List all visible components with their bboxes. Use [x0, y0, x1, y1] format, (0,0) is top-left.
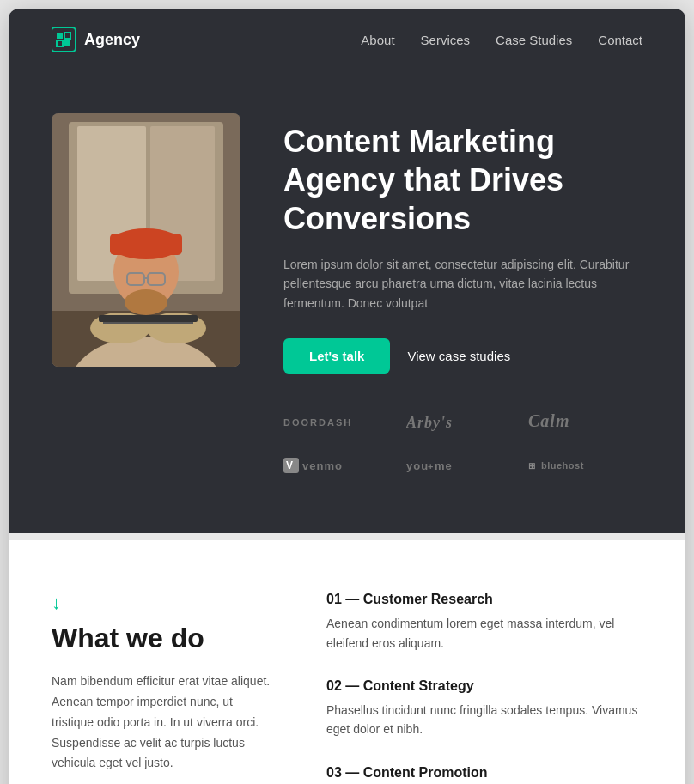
- hero-buttons: Let's talk View case studies: [283, 338, 642, 374]
- svg-text:+: +: [428, 461, 434, 471]
- nav: About Services Case Studies Contact: [361, 33, 642, 47]
- hero-image: [52, 113, 240, 367]
- services-left: ↓ What we do Nam bibendum efficitur erat…: [52, 592, 275, 784]
- service-desc-1: Aenean condimentum lorem eget massa inte…: [326, 614, 642, 653]
- header: Agency About Services Case Studies Conta…: [9, 9, 685, 70]
- svg-point-14: [125, 289, 167, 315]
- svg-text:Calm: Calm: [528, 411, 569, 430]
- svg-text:bluehost: bluehost: [541, 460, 584, 471]
- services-description: Nam bibendum efficitur erat vitae alique…: [52, 672, 275, 774]
- svg-rect-1: [57, 33, 63, 39]
- brand-doordash: DOORDASH: [283, 408, 398, 438]
- brand-venmo: V venmo: [283, 452, 398, 482]
- nav-services[interactable]: Services: [421, 33, 471, 47]
- service-title-2: 02 — Content Strategy: [326, 678, 642, 694]
- svg-text:DOORDASH: DOORDASH: [283, 417, 352, 428]
- services-title: What we do: [52, 623, 275, 654]
- logo-text: Agency: [84, 31, 140, 49]
- brand-youtme: you + me: [406, 452, 520, 482]
- section-divider: [9, 533, 685, 540]
- svg-rect-4: [64, 40, 70, 46]
- logo-icon: [52, 27, 76, 52]
- logo[interactable]: Agency: [52, 27, 140, 52]
- svg-rect-21: [103, 322, 193, 324]
- hero-person-svg: [52, 113, 240, 367]
- svg-text:me: me: [435, 459, 453, 472]
- svg-rect-13: [110, 234, 182, 255]
- page-wrapper: Agency About Services Case Studies Conta…: [9, 9, 685, 784]
- nav-case-studies[interactable]: Case Studies: [496, 33, 572, 47]
- svg-text:Arby's: Arby's: [406, 414, 453, 431]
- lets-talk-button[interactable]: Let's talk: [283, 338, 390, 374]
- view-case-studies-button[interactable]: View case studies: [407, 349, 510, 363]
- svg-text:venmo: venmo: [302, 459, 343, 472]
- hero-title: Content Marketing Agency that Drives Con…: [283, 122, 642, 238]
- svg-text:V: V: [286, 459, 294, 471]
- service-item-1: 01 — Customer Research Aenean condimentu…: [326, 592, 642, 653]
- service-title-3: 03 — Content Promotion: [326, 765, 642, 781]
- brand-logos: DOORDASH Arby's Calm: [283, 408, 642, 482]
- svg-rect-3: [57, 40, 63, 46]
- svg-text:⊞: ⊞: [528, 461, 536, 471]
- service-item-3: 03 — Content Promotion Fusce elementum c…: [326, 765, 642, 784]
- brand-bluehost: ⊞ bluehost: [528, 452, 642, 482]
- hero-content: Content Marketing Agency that Drives Con…: [283, 113, 642, 482]
- hero-description: Lorem ipsum dolor sit amet, consectetur …: [283, 255, 642, 313]
- svg-rect-20: [99, 315, 198, 322]
- down-arrow-icon: ↓: [52, 592, 275, 614]
- svg-text:you: you: [406, 459, 429, 472]
- svg-rect-2: [64, 33, 70, 39]
- services-section: ↓ What we do Nam bibendum efficitur erat…: [9, 540, 685, 784]
- service-title-1: 01 — Customer Research: [326, 592, 642, 607]
- service-item-2: 02 — Content Strategy Phasellus tincidun…: [326, 678, 642, 739]
- brand-arbys: Arby's: [406, 408, 520, 438]
- brand-calm: Calm: [528, 408, 642, 438]
- hero-section: Content Marketing Agency that Drives Con…: [9, 70, 685, 533]
- service-desc-2: Phasellus tincidunt nunc fringilla sodal…: [326, 701, 642, 739]
- nav-about[interactable]: About: [361, 33, 394, 47]
- services-right: 01 — Customer Research Aenean condimentu…: [326, 592, 642, 784]
- nav-contact[interactable]: Contact: [598, 33, 642, 47]
